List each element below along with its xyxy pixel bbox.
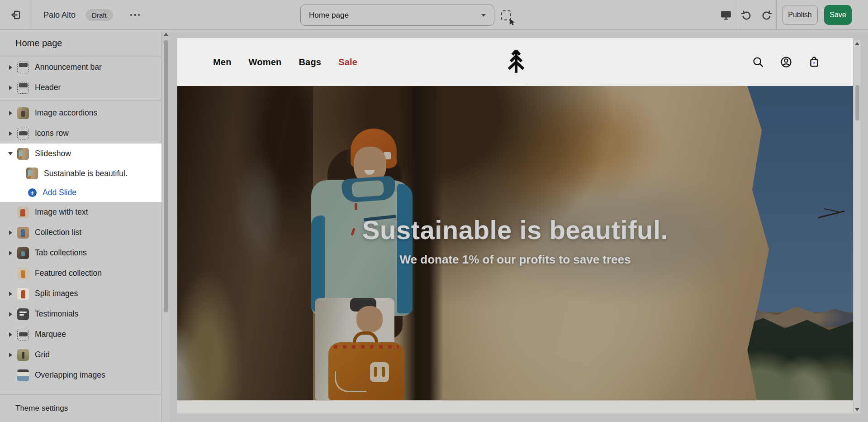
photo-tab-collections-icon — [17, 247, 29, 259]
chevron-right-icon[interactable] — [6, 65, 14, 70]
section-top-bar-icon — [17, 82, 29, 94]
nav-link-women[interactable]: Women — [249, 57, 282, 67]
chevron-right-icon[interactable] — [6, 230, 14, 235]
section-label: Split images — [35, 289, 78, 298]
sidebar-section-image-accordions[interactable]: Image accordions — [0, 103, 161, 123]
chevron-right-icon[interactable] — [6, 131, 14, 136]
sidebar-section-collection-list[interactable]: Collection list — [0, 222, 161, 243]
chevron-right-icon[interactable] — [6, 251, 14, 255]
scroll-down-arrow-icon[interactable] — [855, 408, 859, 411]
chevron-down-icon — [481, 14, 486, 17]
add-slide-label: Add Slide — [43, 188, 76, 197]
slideshow-section[interactable]: Sustainable is beautiful. We donate 1% o… — [177, 86, 853, 400]
sidebar-section-marquee[interactable]: Marquee — [0, 324, 161, 345]
photo-split-icon — [17, 288, 29, 300]
theme-settings-button[interactable]: Theme settings — [0, 394, 161, 422]
more-options-button[interactable] — [128, 11, 143, 19]
sidebar-scrollbar[interactable] — [162, 30, 170, 422]
chevron-right-icon[interactable] — [6, 332, 14, 337]
photo-accordions-icon — [17, 107, 29, 119]
storefront-header: MenWomenBagsSale — [177, 38, 853, 86]
section-label: Announcement bar — [35, 62, 102, 72]
section-label: Testimonials — [35, 309, 78, 319]
section-top-bar-icon — [17, 62, 29, 73]
redo-icon — [760, 9, 773, 21]
section-label: Grid — [35, 350, 50, 360]
pine-tree-logo-icon — [507, 48, 526, 75]
hero-subheading: We donate 1% of our profits to save tree… — [177, 253, 853, 267]
photo-featured-icon — [17, 268, 29, 279]
list-divider — [0, 100, 161, 101]
sidebar-section-icons-row[interactable]: Icons row — [0, 123, 161, 144]
search-icon — [752, 56, 764, 68]
scroll-up-arrow-icon[interactable] — [855, 42, 859, 45]
redo-button[interactable] — [756, 0, 776, 30]
hero-text-overlay: Sustainable is beautiful. We donate 1% o… — [177, 86, 853, 400]
sidebar-scrollbar-thumb[interactable] — [164, 40, 168, 312]
undo-button[interactable] — [736, 0, 756, 30]
plus-circle-icon: + — [28, 188, 37, 197]
photo-grid-icon — [17, 349, 29, 361]
section-label: Image accordions — [35, 108, 97, 118]
theme-name: Palo Alto — [43, 10, 76, 20]
cursor-icon — [509, 18, 516, 25]
chevron-right-icon[interactable] — [6, 86, 14, 90]
dot-icon — [134, 14, 136, 16]
sidebar-page-title: Home page — [0, 30, 161, 57]
sidebar-block-sustainable-is-beautiful[interactable]: Sustainable is beautiful. — [0, 164, 161, 183]
sidebar-section-header[interactable]: Header — [0, 77, 161, 98]
sidebar-section-grid[interactable]: Grid — [0, 345, 161, 365]
block-label: Sustainable is beautiful. — [44, 169, 128, 178]
status-badge: Draft — [85, 9, 113, 21]
chevron-right-icon[interactable] — [6, 292, 14, 296]
scroll-up-arrow-icon[interactable] — [164, 33, 168, 36]
sidebar-section-featured-collection[interactable]: Featured collection — [0, 263, 161, 283]
section-label: Featured collection — [35, 269, 102, 278]
chevron-right-icon[interactable] — [6, 111, 14, 115]
section-mid-bar-icon — [17, 128, 29, 139]
sidebar-section-slideshow[interactable]: Slideshow — [0, 144, 161, 164]
section-label: Marquee — [35, 330, 66, 339]
desktop-view-button[interactable] — [716, 0, 736, 30]
cart-bag-icon — [808, 56, 821, 68]
page-selector-dropdown[interactable]: Home page — [300, 5, 494, 26]
preview-scrollbar-thumb[interactable] — [855, 85, 859, 120]
dot-icon — [130, 14, 133, 16]
publish-button[interactable]: Publish — [782, 5, 818, 25]
account-button[interactable] — [780, 56, 792, 68]
add-slide-button[interactable]: +Add Slide — [0, 183, 161, 202]
cart-button[interactable] — [808, 56, 821, 68]
exit-editor-button[interactable] — [0, 0, 32, 30]
section-mid-bar-icon — [17, 329, 29, 340]
nav-link-men[interactable]: Men — [213, 57, 232, 67]
nav-link-bags[interactable]: Bags — [299, 57, 321, 67]
sidebar-section-image-with-text[interactable]: Image with text — [0, 202, 161, 222]
exit-icon — [10, 9, 22, 21]
section-label: Collection list — [35, 228, 81, 237]
section-label: Tab collections — [35, 248, 87, 258]
section-label: Slideshow — [35, 149, 71, 158]
theme-settings-label: Theme settings — [15, 404, 68, 413]
sidebar-section-overlapping-images[interactable]: Overlapping images — [0, 365, 161, 385]
nav-link-sale[interactable]: Sale — [338, 57, 357, 67]
sidebar-section-split-images[interactable]: Split images — [0, 283, 161, 304]
photo-slide-icon — [26, 168, 38, 179]
sidebar-section-testimonials[interactable]: Testimonials — [0, 304, 161, 324]
chevron-right-icon[interactable] — [6, 353, 14, 357]
photo-overlapping-icon — [17, 369, 29, 381]
select-element-button[interactable] — [501, 10, 515, 24]
undo-icon — [740, 9, 753, 21]
save-button[interactable]: Save — [824, 5, 852, 25]
monitor-icon — [720, 9, 732, 21]
search-button[interactable] — [752, 56, 764, 68]
cart-indicator-dot — [813, 62, 815, 64]
chevron-down-icon[interactable] — [6, 152, 14, 155]
sidebar-section-announcement-bar[interactable]: Announcement bar — [0, 57, 161, 77]
chevron-right-icon[interactable] — [6, 312, 14, 316]
next-section-strip — [177, 400, 853, 413]
store-logo-button[interactable] — [507, 48, 526, 75]
preview-scrollbar[interactable] — [854, 40, 860, 413]
sidebar-section-tab-collections[interactable]: Tab collections — [0, 243, 161, 263]
section-label: Image with text — [35, 207, 88, 217]
section-label: Overlapping images — [35, 370, 105, 380]
